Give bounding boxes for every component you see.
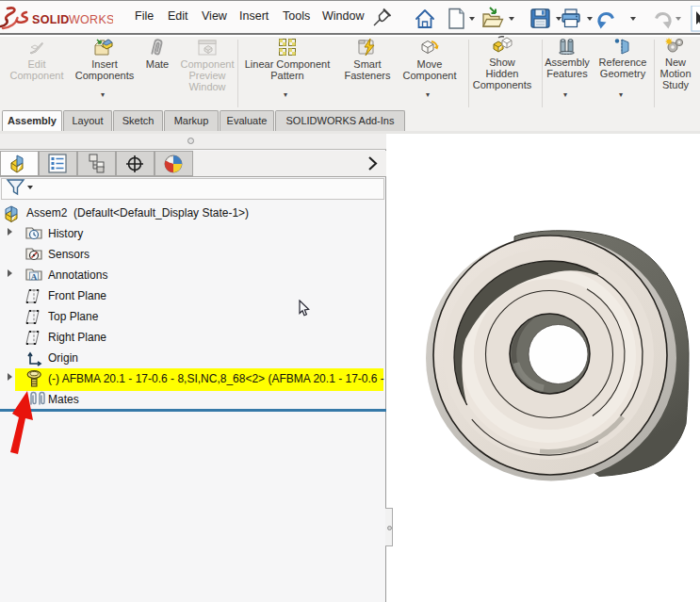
svg-text:A: A bbox=[31, 272, 38, 282]
svg-text:WORKS: WORKS bbox=[69, 13, 113, 26]
svg-text:SOLID: SOLID bbox=[32, 13, 70, 26]
